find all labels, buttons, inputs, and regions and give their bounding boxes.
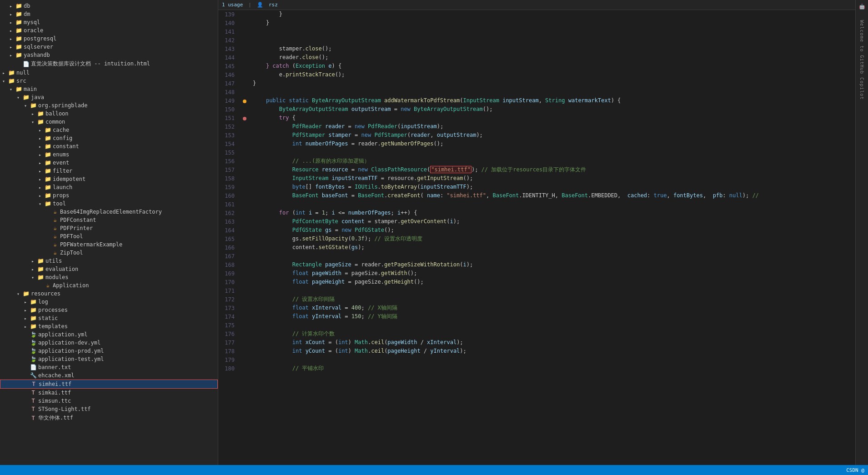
tree-item-dm[interactable]: ▸ 📁 dm [0,10,218,18]
tree-item-db[interactable]: ▸ 📁 db [0,2,218,10]
line-content [249,286,855,295]
code-scroll-area[interactable]: 139 }140 }141142143 stamper.close();144 … [218,10,855,475]
code-line-157: 157 Resource resource = new ClassPathRes… [218,165,855,174]
tree-label: src [16,78,26,84]
tree-label: PDFTool [60,233,83,240]
tree-item-banner.txt[interactable]: 📄 banner.txt [0,363,218,371]
tree-item-src[interactable]: ▾ 📁 src [0,77,218,85]
tree-item-evaluation[interactable]: ▸ 📁 evaluation [0,265,218,273]
tree-item-application-test.yml[interactable]: 🍃 application-test.yml [0,355,218,363]
file-tree[interactable]: ▸ 📁 db ▸ 📁 dm ▸ 📁 mysql ▸ 📁 oracle ▸ 📁 p… [0,0,218,475]
breakpoint-dot [243,117,246,120]
tree-item-application-dev.yml[interactable]: 🍃 application-dev.yml [0,339,218,347]
code-line-174: 174 float yInterval = 150; // Y轴间隔 [218,312,855,321]
line-number: 161 [218,200,240,209]
code-line-169: 169 float pageWidth = pageSize.getWidth(… [218,269,855,278]
tree-item-filter[interactable]: ▸ 📁 filter [0,167,218,175]
line-gutter [240,252,249,260]
tree-label: PDFPrinter [60,225,93,231]
tree-item-simsun.ttc[interactable]: T simsun.ttc [0,397,218,405]
folder-arrow: ▸ [36,177,44,182]
tree-item-PDFConstant[interactable]: ☕ PDFConstant [0,216,218,224]
line-number: 142 [218,36,240,45]
folder-icon: 📁 [29,299,37,305]
tree-label: enums [53,151,69,158]
tree-item-Base64ImgReplacedElementFactory[interactable]: ☕ Base64ImgReplacedElementFactory [0,208,218,216]
tree-item-PDFPrinter[interactable]: ☕ PDFPrinter [0,224,218,232]
java-file-icon: ☕ [51,241,59,248]
code-line-149: 149 public static ByteArrayOutputStream … [218,96,855,105]
folder-icon: 📁 [15,11,23,17]
file-icon: 📄 [22,61,30,67]
tree-item-PDFWatermarkExample[interactable]: ☕ PDFWatermarkExample [0,240,218,249]
tree-item-oracle[interactable]: ▸ 📁 oracle [0,26,218,35]
tree-item-application-prod.yml[interactable]: 🍃 application-prod.yml [0,347,218,355]
tree-item-org.springblade[interactable]: ▾ 📁 org.springblade [0,101,218,110]
tree-item-sqlserver[interactable]: ▸ 📁 sqlserver [0,43,218,51]
code-line-141: 141 [218,27,855,36]
line-gutter [240,10,249,19]
tree-item-ZipTool[interactable]: ☕ ZipTool [0,249,218,257]
tree-item-constant[interactable]: ▸ 📁 constant [0,142,218,150]
status-bar: CSDN @ [0,465,868,475]
line-gutter [240,217,249,226]
tree-item-main[interactable]: ▾ 📁 main [0,85,218,93]
tree-item-enums[interactable]: ▸ 📁 enums [0,150,218,159]
tree-item-postgresql[interactable]: ▸ 📁 postgresql [0,35,218,43]
tree-item-null[interactable]: ▸ 📁 null [0,69,218,77]
line-content: PdfGState gs = new PdfGState(); [249,226,855,235]
code-line-170: 170 float pageHeight = pageSize.getHeigh… [218,278,855,286]
tree-item-utils[interactable]: ▸ 📁 utils [0,257,218,265]
tree-item-ehcache.xml[interactable]: 🔧 ehcache.xml [0,371,218,380]
tree-item-simhei.ttf[interactable]: T simhei.ttf [0,380,218,389]
tree-item-config[interactable]: ▸ 📁 config [0,134,218,142]
folder-arrow: ▾ [0,79,7,84]
tree-item-resources[interactable]: ▾ 📁 resources [0,290,218,298]
line-number: 154 [218,140,240,148]
tree-item-intuition[interactable]: 📄 直觉决策数据库设计文档 -- intuition.html [0,59,218,69]
tree-item-event[interactable]: ▸ 📁 event [0,159,218,167]
line-number: 145 [218,62,240,70]
copilot-icon[interactable]: 🤖 [858,4,867,13]
folder-icon: 📁 [22,94,30,100]
tree-item-static[interactable]: ▸ 📁 static [0,314,218,322]
tree-item-tool[interactable]: ▾ 📁 tool [0,200,218,208]
tree-item-idempotent[interactable]: ▸ 📁 idempotent [0,175,218,183]
tree-label: simsun.ttc [38,398,71,404]
yaml-file-icon: 🍃 [29,356,37,362]
tree-item-launch[interactable]: ▸ 📁 launch [0,183,218,191]
tree-item-processes[interactable]: ▸ 📁 processes [0,306,218,314]
tree-label: common [45,119,65,125]
line-gutter [240,191,249,200]
tree-item-cache[interactable]: ▸ 📁 cache [0,126,218,134]
code-line-152: 152 PdfReader reader = new PdfReader(inp… [218,122,855,131]
tree-item-mysql[interactable]: ▸ 📁 mysql [0,18,218,26]
tree-item-modules[interactable]: ▾ 📁 modules [0,273,218,281]
code-line-160: 160 BaseFont baseFont = BaseFont.createF… [218,191,855,200]
tree-item-application.yml[interactable]: 🍃 application.yml [0,330,218,339]
tree-item-log[interactable]: ▸ 📁 log [0,298,218,306]
line-content: gs.setFillOpacity(0.3f); // 设置水印透明度 [249,235,855,243]
tree-item-huawenzhongti.ttf[interactable]: T 华文仲体.ttf [0,413,218,423]
tree-item-props[interactable]: ▸ 📁 props [0,191,218,200]
tree-label: banner.txt [38,364,71,370]
tree-item-PDFTool[interactable]: ☕ PDFTool [0,232,218,240]
tree-item-simkai.ttf[interactable]: T simkai.ttf [0,389,218,397]
line-content: } [249,19,855,27]
code-editor: 1 usage | 👤 rsz 139 }140 }141142143 stam… [218,0,855,475]
folder-icon: 📁 [44,184,52,190]
code-line-165: 165 gs.setFillOpacity(0.3f); // 设置水印透明度 [218,235,855,243]
tree-item-java[interactable]: ▾ 📁 java [0,93,218,101]
usage-count[interactable]: 1 usage [222,2,243,8]
tree-item-templates[interactable]: ▸ 📁 templates [0,322,218,330]
code-line-173: 173 float xInterval = 400; // X轴间隔 [218,304,855,312]
line-number: 151 [218,114,240,122]
tree-item-common[interactable]: ▾ 📁 common [0,118,218,126]
tree-item-yashandb[interactable]: ▸ 📁 yashandb [0,51,218,59]
tree-item-balloon[interactable]: ▸ 📁 balloon [0,110,218,118]
tree-item-Application[interactable]: ☕ Application [0,281,218,290]
line-number: 180 [218,364,240,373]
tree-item-STSong-Light.ttf[interactable]: T STSong-Light.ttf [0,405,218,413]
folder-arrow: ▸ [29,111,36,116]
tree-label: Base64ImgReplacedElementFactory [60,209,162,215]
